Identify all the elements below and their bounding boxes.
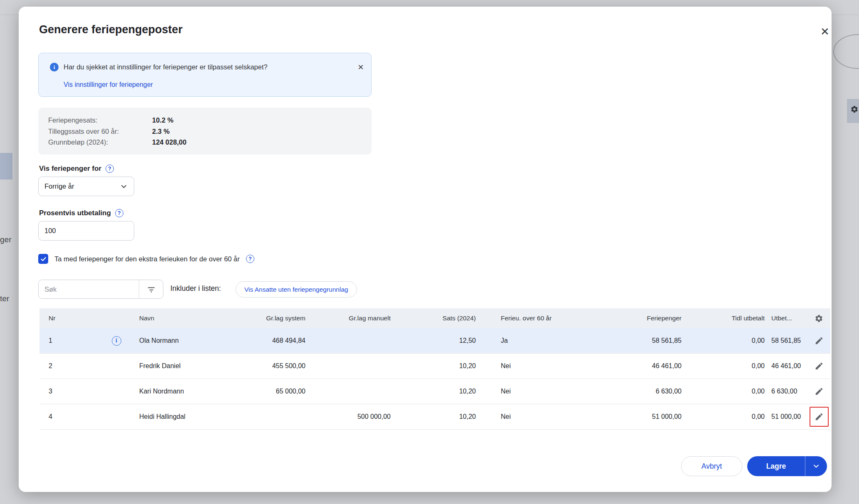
table-row[interactable]: 4 Heidi Hallingdal 500 000,00 10,20 Nei …	[39, 404, 830, 430]
table-row[interactable]: 2 Fredrik Daniel 455 500,00 10,20 Nei 46…	[39, 354, 830, 379]
summary-label: Tilleggssats over 60 år:	[48, 126, 152, 137]
percent-label-row: Prosentvis utbetaling ?	[39, 209, 123, 217]
cell-sats: 10,20	[391, 362, 476, 370]
save-split-button: Lagre	[747, 456, 827, 476]
rates-summary-box: Feriepengesats: 10.2 % Tilleggssats over…	[38, 108, 372, 155]
edit-pencil-icon[interactable]	[810, 332, 828, 350]
cell-feriepenger: 51 000,00	[588, 413, 682, 420]
generate-holiday-pay-modal: Generere feriepengeposter ✕ i Har du sje…	[19, 7, 832, 492]
save-dropdown-chevron-icon[interactable]	[805, 456, 827, 476]
table-header-row: Nr Navn Gr.lag system Gr.lag manuelt Sat…	[39, 308, 830, 328]
close-icon[interactable]: ✕	[816, 23, 834, 40]
extra-week-checkbox-row: Ta med feriepenger for den ekstra ferieu…	[38, 254, 254, 264]
cell-grlag-manuelt: 500 000,00	[305, 413, 391, 420]
summary-value: 124 028,00	[152, 137, 187, 148]
cell-feriepenger: 46 461,00	[588, 362, 682, 370]
summary-row: Tilleggssats over 60 år: 2.3 %	[48, 126, 362, 137]
cell-nr: 4	[39, 413, 94, 420]
cell-sats: 10,20	[391, 413, 476, 420]
cancel-button[interactable]: Avbryt	[681, 456, 742, 476]
edit-pencil-icon[interactable]	[810, 382, 828, 401]
cell-navn: Fredrik Daniel	[139, 362, 237, 370]
cell-utbetales: 6 630,00	[765, 388, 807, 395]
cell-utbetales: 46 461,00	[765, 362, 807, 370]
cell-nr: 1	[39, 337, 94, 344]
header-grlag-manuelt: Gr.lag manuelt	[305, 315, 391, 322]
help-icon[interactable]: ?	[115, 209, 123, 217]
cell-utbetales: 58 561,85	[765, 337, 807, 344]
include-in-list-label: Inkluder i listen:	[170, 284, 221, 293]
show-settings-link[interactable]: Vis innstillinger for feriepenger	[64, 81, 153, 89]
cell-tidl-utbetalt: 0,00	[682, 413, 765, 420]
cell-feriepenger: 6 630,00	[588, 388, 682, 395]
show-for-label: Vis feriepenger for	[39, 165, 101, 173]
summary-value: 10.2 %	[152, 115, 173, 126]
background-sidebar-text-fragment: ter	[0, 294, 9, 303]
summary-label: Grunnbeløp (2024):	[48, 137, 152, 148]
show-for-select[interactable]: Forrige år	[38, 177, 134, 196]
background-sidebar-text-fragment: ger	[0, 235, 11, 244]
search-input[interactable]	[39, 280, 139, 298]
edit-pencil-icon[interactable]	[810, 357, 828, 375]
cell-nr: 2	[39, 362, 94, 370]
table-row[interactable]: 1 i Ola Normann 468 494,84 12,50 Ja 58 5…	[39, 328, 830, 354]
header-sats: Sats (2024)	[391, 315, 476, 322]
summary-value: 2.3 %	[152, 126, 170, 137]
cell-sats: 12,50	[391, 337, 476, 344]
row-info-icon[interactable]: i	[112, 336, 121, 346]
show-employees-without-basis-button[interactable]: Vis Ansatte uten feriepengegrunnlag	[236, 281, 357, 297]
banner-close-icon[interactable]: ✕	[354, 61, 367, 73]
info-icon: i	[50, 63, 59, 71]
help-icon[interactable]: ?	[106, 165, 114, 173]
background-gear-icon	[850, 105, 859, 113]
background-circle-fragment	[833, 34, 859, 69]
save-button[interactable]: Lagre	[747, 456, 805, 476]
cell-tidl-utbetalt: 0,00	[682, 388, 765, 395]
cell-grlag-system: 468 494,84	[237, 337, 305, 344]
cell-navn: Ola Normann	[139, 337, 237, 344]
edit-highlight-red-box	[810, 407, 829, 427]
search-box	[38, 280, 163, 299]
settings-info-banner: i Har du sjekket at innstillinger for fe…	[38, 53, 372, 97]
help-icon[interactable]: ?	[246, 255, 254, 263]
header-tidl-utbetalt: Tidl utbetalt	[682, 315, 765, 322]
cell-ferieuke: Nei	[476, 388, 588, 395]
cell-grlag-system: 455 500,00	[237, 362, 305, 370]
cell-navn: Kari Nordmann	[139, 388, 237, 395]
cell-nr: 3	[39, 388, 94, 395]
show-for-selected-value: Forrige år	[44, 182, 74, 190]
percent-input[interactable]	[38, 221, 134, 241]
cell-ferieuke: Nei	[476, 362, 588, 370]
table-row[interactable]: 3 Kari Nordmann 65 000,00 10,20 Nei 6 63…	[39, 379, 830, 404]
cell-sats: 10,20	[391, 388, 476, 395]
cell-navn: Heidi Hallingdal	[139, 413, 237, 420]
summary-label: Feriepengesats:	[48, 115, 152, 126]
header-utbetales: Utbet...	[765, 315, 807, 322]
summary-row: Grunnbeløp (2024): 124 028,00	[48, 137, 362, 148]
show-for-label-row: Vis feriepenger for ?	[39, 165, 114, 173]
header-feriepenger: Feriepenger	[588, 315, 682, 322]
modal-title: Generere feriepengeposter	[39, 23, 182, 36]
cell-utbetales: 51 000,00	[765, 413, 807, 420]
header-nr: Nr	[39, 315, 94, 322]
background-sidebar-active-item	[0, 153, 12, 179]
header-grlag-system: Gr.lag system	[237, 315, 305, 322]
banner-message: Har du sjekket at innstillinger for feri…	[64, 63, 268, 71]
chevron-down-icon	[120, 182, 128, 191]
summary-row: Feriepengesats: 10.2 %	[48, 115, 362, 126]
cell-ferieuke: Nei	[476, 413, 588, 420]
cell-tidl-utbetalt: 0,00	[682, 362, 765, 370]
filter-icon[interactable]	[139, 280, 163, 298]
extra-week-checkbox-label: Ta med feriepenger for den ekstra ferieu…	[54, 255, 240, 263]
extra-week-checkbox[interactable]	[38, 254, 48, 264]
percent-label: Prosentvis utbetaling	[39, 209, 111, 217]
cell-feriepenger: 58 561,85	[588, 337, 682, 344]
table-settings-gear-icon[interactable]	[810, 309, 828, 327]
header-ferieuke: Ferieu. over 60 år	[476, 315, 588, 322]
cell-ferieuke: Ja	[476, 337, 588, 344]
edit-pencil-icon[interactable]	[810, 408, 828, 426]
cell-tidl-utbetalt: 0,00	[682, 337, 765, 344]
cell-grlag-system: 65 000,00	[237, 388, 305, 395]
holiday-pay-table: Nr Navn Gr.lag system Gr.lag manuelt Sat…	[39, 308, 830, 430]
header-navn: Navn	[139, 315, 237, 322]
